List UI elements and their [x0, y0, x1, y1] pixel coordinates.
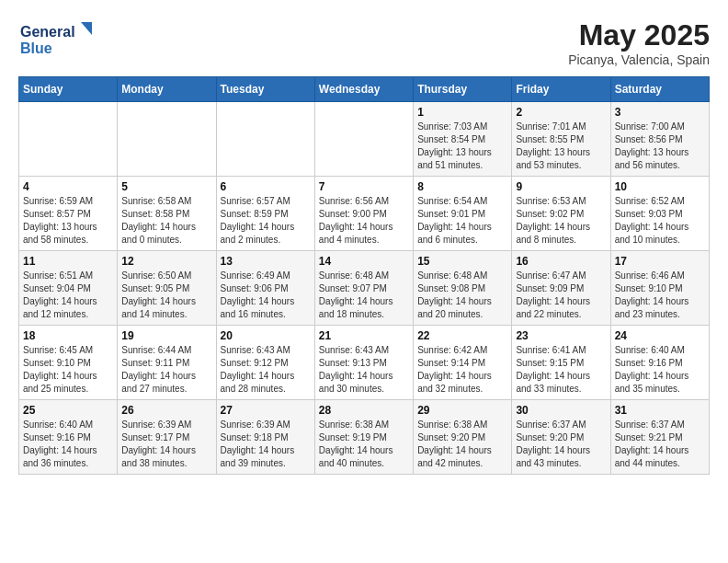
calendar-cell: 10Sunrise: 6:52 AM Sunset: 9:03 PM Dayli… [610, 177, 709, 251]
day-number: 1 [417, 106, 507, 119]
calendar-cell: 16Sunrise: 6:47 AM Sunset: 9:09 PM Dayli… [512, 251, 610, 326]
day-number: 19 [121, 329, 211, 342]
month-title: May 2025 [568, 18, 710, 52]
weekday-sunday: Sunday [19, 77, 118, 102]
day-info: Sunrise: 6:54 AM Sunset: 9:01 PM Dayligh… [417, 195, 507, 247]
calendar-table: SundayMondayTuesdayWednesdayThursdayFrid… [18, 76, 710, 475]
week-row-1: 1Sunrise: 7:03 AM Sunset: 8:54 PM Daylig… [19, 102, 710, 177]
day-info: Sunrise: 6:39 AM Sunset: 9:18 PM Dayligh… [221, 419, 311, 470]
day-info: Sunrise: 6:53 AM Sunset: 9:02 PM Dayligh… [516, 195, 606, 247]
calendar-cell: 28Sunrise: 6:38 AM Sunset: 9:19 PM Dayli… [314, 400, 413, 475]
day-number: 3 [615, 106, 705, 119]
weekday-saturday: Saturday [610, 77, 709, 102]
day-number: 20 [221, 329, 311, 342]
calendar-cell: 22Sunrise: 6:42 AM Sunset: 9:14 PM Dayli… [414, 326, 512, 400]
day-info: Sunrise: 6:45 AM Sunset: 9:10 PM Dayligh… [23, 344, 113, 396]
calendar-cell: 15Sunrise: 6:48 AM Sunset: 9:08 PM Dayli… [414, 251, 512, 326]
day-number: 14 [319, 255, 409, 268]
calendar-cell: 19Sunrise: 6:44 AM Sunset: 9:11 PM Dayli… [118, 326, 216, 400]
day-number: 29 [417, 404, 507, 417]
title-block: May 2025 Picanya, Valencia, Spain [568, 18, 710, 67]
day-info: Sunrise: 6:37 AM Sunset: 9:21 PM Dayligh… [615, 419, 705, 470]
day-number: 7 [319, 180, 409, 193]
day-info: Sunrise: 6:43 AM Sunset: 9:13 PM Dayligh… [319, 344, 409, 396]
calendar-cell: 29Sunrise: 6:38 AM Sunset: 9:20 PM Dayli… [414, 400, 512, 475]
calendar-cell: 30Sunrise: 6:37 AM Sunset: 9:20 PM Dayli… [512, 400, 610, 475]
day-number: 11 [23, 255, 113, 268]
day-number: 26 [121, 404, 211, 417]
day-info: Sunrise: 6:39 AM Sunset: 9:17 PM Dayligh… [121, 419, 211, 470]
day-number: 22 [417, 329, 507, 342]
day-number: 4 [23, 180, 113, 193]
calendar-cell: 3Sunrise: 7:00 AM Sunset: 8:56 PM Daylig… [610, 102, 709, 177]
calendar-cell: 21Sunrise: 6:43 AM Sunset: 9:13 PM Dayli… [314, 326, 413, 400]
day-info: Sunrise: 6:49 AM Sunset: 9:06 PM Dayligh… [221, 270, 311, 321]
week-row-5: 25Sunrise: 6:40 AM Sunset: 9:16 PM Dayli… [19, 400, 710, 475]
svg-text:Blue: Blue [20, 40, 52, 56]
day-info: Sunrise: 6:37 AM Sunset: 9:20 PM Dayligh… [516, 419, 606, 470]
day-info: Sunrise: 6:51 AM Sunset: 9:04 PM Dayligh… [23, 270, 113, 321]
day-info: Sunrise: 6:40 AM Sunset: 9:16 PM Dayligh… [615, 344, 705, 396]
day-info: Sunrise: 6:56 AM Sunset: 9:00 PM Dayligh… [319, 195, 409, 247]
calendar-cell: 9Sunrise: 6:53 AM Sunset: 9:02 PM Daylig… [512, 177, 610, 251]
day-number: 12 [121, 255, 211, 268]
day-number: 9 [516, 180, 606, 193]
day-info: Sunrise: 6:38 AM Sunset: 9:19 PM Dayligh… [319, 419, 409, 470]
weekday-header-row: SundayMondayTuesdayWednesdayThursdayFrid… [19, 77, 710, 102]
weekday-thursday: Thursday [414, 77, 512, 102]
calendar-cell: 23Sunrise: 6:41 AM Sunset: 9:15 PM Dayli… [512, 326, 610, 400]
calendar-cell: 25Sunrise: 6:40 AM Sunset: 9:16 PM Dayli… [19, 400, 118, 475]
day-number: 17 [615, 255, 705, 268]
page-header: General Blue May 2025 Picanya, Valencia,… [18, 18, 710, 67]
svg-marker-2 [81, 22, 92, 35]
weekday-tuesday: Tuesday [216, 77, 314, 102]
logo-svg: General Blue [18, 18, 92, 60]
day-info: Sunrise: 6:59 AM Sunset: 8:57 PM Dayligh… [23, 195, 113, 247]
day-number: 18 [23, 329, 113, 342]
calendar-cell: 5Sunrise: 6:58 AM Sunset: 8:58 PM Daylig… [118, 177, 216, 251]
day-info: Sunrise: 6:57 AM Sunset: 8:59 PM Dayligh… [221, 195, 311, 247]
day-info: Sunrise: 6:48 AM Sunset: 9:08 PM Dayligh… [417, 270, 507, 321]
calendar-cell: 4Sunrise: 6:59 AM Sunset: 8:57 PM Daylig… [19, 177, 118, 251]
day-info: Sunrise: 6:44 AM Sunset: 9:11 PM Dayligh… [121, 344, 211, 396]
day-number: 13 [221, 255, 311, 268]
day-number: 31 [615, 404, 705, 417]
calendar-cell: 8Sunrise: 6:54 AM Sunset: 9:01 PM Daylig… [414, 177, 512, 251]
day-number: 15 [417, 255, 507, 268]
calendar-cell [19, 102, 118, 177]
day-info: Sunrise: 6:58 AM Sunset: 8:58 PM Dayligh… [121, 195, 211, 247]
day-number: 27 [221, 404, 311, 417]
calendar-cell: 18Sunrise: 6:45 AM Sunset: 9:10 PM Dayli… [19, 326, 118, 400]
day-info: Sunrise: 6:42 AM Sunset: 9:14 PM Dayligh… [417, 344, 507, 396]
calendar-cell: 27Sunrise: 6:39 AM Sunset: 9:18 PM Dayli… [216, 400, 314, 475]
calendar-cell: 12Sunrise: 6:50 AM Sunset: 9:05 PM Dayli… [118, 251, 216, 326]
calendar-cell: 1Sunrise: 7:03 AM Sunset: 8:54 PM Daylig… [414, 102, 512, 177]
day-number: 25 [23, 404, 113, 417]
calendar-cell: 31Sunrise: 6:37 AM Sunset: 9:21 PM Dayli… [610, 400, 709, 475]
day-number: 8 [417, 180, 507, 193]
day-info: Sunrise: 7:01 AM Sunset: 8:55 PM Dayligh… [516, 121, 606, 172]
day-number: 23 [516, 329, 606, 342]
day-number: 30 [516, 404, 606, 417]
day-info: Sunrise: 6:52 AM Sunset: 9:03 PM Dayligh… [615, 195, 705, 247]
calendar-header: SundayMondayTuesdayWednesdayThursdayFrid… [19, 77, 710, 102]
calendar-cell: 7Sunrise: 6:56 AM Sunset: 9:00 PM Daylig… [314, 177, 413, 251]
location: Picanya, Valencia, Spain [568, 52, 710, 67]
logo: General Blue [18, 18, 92, 60]
calendar-cell: 24Sunrise: 6:40 AM Sunset: 9:16 PM Dayli… [610, 326, 709, 400]
day-info: Sunrise: 6:50 AM Sunset: 9:05 PM Dayligh… [121, 270, 211, 321]
calendar-cell: 26Sunrise: 6:39 AM Sunset: 9:17 PM Dayli… [118, 400, 216, 475]
day-number: 5 [121, 180, 211, 193]
weekday-wednesday: Wednesday [314, 77, 413, 102]
day-info: Sunrise: 7:03 AM Sunset: 8:54 PM Dayligh… [417, 121, 507, 172]
day-number: 24 [615, 329, 705, 342]
weekday-friday: Friday [512, 77, 610, 102]
calendar-cell: 2Sunrise: 7:01 AM Sunset: 8:55 PM Daylig… [512, 102, 610, 177]
day-info: Sunrise: 6:40 AM Sunset: 9:16 PM Dayligh… [23, 419, 113, 470]
day-number: 10 [615, 180, 705, 193]
day-info: Sunrise: 6:41 AM Sunset: 9:15 PM Dayligh… [516, 344, 606, 396]
calendar-cell: 13Sunrise: 6:49 AM Sunset: 9:06 PM Dayli… [216, 251, 314, 326]
day-info: Sunrise: 6:38 AM Sunset: 9:20 PM Dayligh… [417, 419, 507, 470]
calendar-cell [216, 102, 314, 177]
calendar-cell [118, 102, 216, 177]
